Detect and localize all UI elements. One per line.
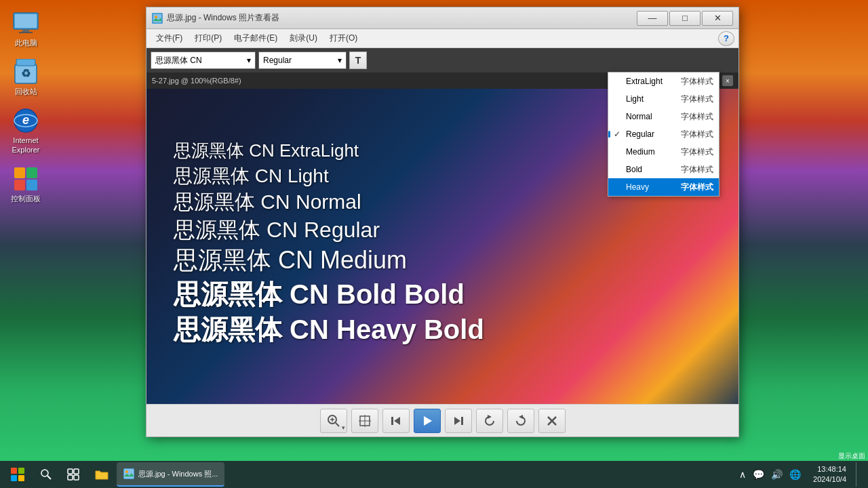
file-info-close[interactable]: × — [722, 75, 733, 86]
svg-rect-2 — [22, 29, 29, 32]
zoom-button[interactable]: ▾ — [320, 409, 347, 433]
font-style-selector[interactable]: Regular ▾ — [258, 52, 347, 69]
control-panel-icon — [12, 165, 39, 192]
close-button[interactable]: ✕ — [702, 11, 733, 26]
rotate-right-button[interactable] — [507, 409, 534, 433]
dropdown-label-extralight: ExtraLight — [626, 77, 678, 86]
recycle-icon: ♻ — [12, 58, 39, 85]
dropdown-label-normal: Normal — [626, 112, 678, 121]
check-regular: ✓ — [614, 129, 623, 139]
svg-rect-35 — [68, 469, 73, 474]
zoom-arrow: ▾ — [342, 424, 345, 431]
desktop-icon-ie[interactable]: e Internet Explorer — [0, 104, 52, 157]
svg-rect-13 — [26, 180, 37, 190]
photo-viewer-window: 思源.jpg - Windows 照片查看器 — □ ✕ 文件(F) 打印(P)… — [146, 7, 739, 437]
font-family-arrow: ▾ — [247, 56, 251, 65]
tray-chevron[interactable]: ∧ — [736, 468, 749, 481]
svg-rect-5 — [16, 59, 35, 66]
ie-icon: e — [12, 107, 39, 134]
dropdown-item-light[interactable]: Light 字体样式 — [608, 90, 719, 108]
help-button[interactable]: ? — [718, 31, 734, 46]
dropdown-item-bold[interactable]: Bold 字体样式 — [608, 161, 719, 178]
rotate-left-button[interactable] — [476, 409, 503, 433]
task-view-button[interactable] — [60, 462, 87, 487]
computer-icon — [12, 9, 39, 37]
dropdown-item-medium[interactable]: Medium 字体样式 — [608, 143, 719, 161]
svg-rect-11 — [26, 167, 37, 178]
win-logo-red — [11, 468, 17, 474]
dropdown-item-regular[interactable]: ✓ Regular 字体样式 — [608, 125, 719, 143]
dropdown-label-heavy: Heavy — [626, 182, 678, 192]
menu-file[interactable]: 文件(F) — [151, 30, 188, 46]
image-area: 思源黑体 CN ▾ Regular ▾ T 5-27.jpg @ 100%(RG… — [146, 48, 738, 404]
desktop-icon-computer[interactable]: 此电脑 — [0, 7, 52, 50]
dropdown-item-normal[interactable]: Normal 字体样式 — [608, 108, 719, 125]
file-explorer-taskbar-button[interactable] — [88, 462, 115, 487]
delete-button[interactable] — [538, 409, 566, 433]
dropdown-label-light: Light — [626, 94, 678, 104]
show-desktop-button[interactable] — [856, 462, 860, 487]
start-button[interactable] — [3, 462, 33, 487]
svg-rect-24 — [391, 417, 393, 425]
menu-email[interactable]: 电子邮件(E) — [229, 30, 283, 46]
file-info-label: 5-27.jpg @ 100%(RGB/8#) — [152, 77, 241, 85]
app-icon — [152, 13, 163, 24]
win-logo-green — [18, 468, 24, 474]
taskbar-search-button[interactable] — [34, 462, 58, 487]
regular-indicator — [608, 131, 610, 138]
svg-marker-25 — [394, 417, 400, 425]
minimize-button[interactable]: — — [637, 11, 668, 26]
font-line-heavy: 思源黑体 CN Heavy Bold — [174, 313, 711, 346]
svg-point-33 — [41, 470, 48, 476]
font-text-button[interactable]: T — [349, 52, 367, 69]
svg-rect-37 — [68, 475, 73, 480]
recycle-icon-label: 回收站 — [15, 87, 37, 96]
desktop-icon-recycle[interactable]: ♻ 回收站 — [0, 56, 52, 99]
svg-rect-10 — [14, 167, 25, 178]
font-family-value: 思源黑体 CN — [155, 55, 202, 66]
dropdown-style-extralight: 字体样式 — [681, 76, 713, 87]
fit-button[interactable] — [351, 409, 378, 433]
svg-text:♻: ♻ — [21, 68, 31, 79]
win-logo-yellow — [18, 475, 24, 481]
menu-open[interactable]: 打开(O) — [324, 30, 363, 46]
control-panel-icon-label: 控制面板 — [11, 195, 41, 203]
desktop: 此电脑 ♻ 回收站 e Internet Explorer — [0, 0, 868, 488]
dropdown-style-medium: 字体样式 — [681, 146, 713, 158]
windows-logo — [11, 468, 24, 481]
svg-line-18 — [336, 423, 339, 426]
desktop-icon-control[interactable]: 控制面板 — [0, 163, 52, 206]
dropdown-style-normal: 字体样式 — [681, 111, 713, 123]
maximize-button[interactable]: □ — [669, 11, 701, 26]
font-line-medium: 思源黑体 CN Medium — [174, 245, 711, 274]
svg-rect-15 — [153, 14, 161, 22]
svg-rect-36 — [74, 469, 79, 474]
svg-rect-3 — [19, 32, 33, 33]
window-controls: — □ ✕ — [637, 11, 733, 26]
menu-burn[interactable]: 刻录(U) — [284, 30, 323, 46]
tray-network[interactable]: 🌐 — [787, 468, 804, 481]
tray-volume[interactable]: 🔊 — [768, 468, 785, 481]
svg-marker-26 — [424, 416, 432, 426]
menu-print[interactable]: 打印(P) — [189, 30, 227, 46]
dropdown-style-bold: 字体样式 — [681, 164, 713, 176]
dropdown-label-regular: Regular — [626, 129, 678, 139]
svg-rect-27 — [461, 417, 463, 425]
tray-chat[interactable]: 💬 — [750, 468, 767, 481]
font-line-regular: 思源黑体 CN Regular — [174, 217, 711, 243]
svg-marker-30 — [519, 415, 523, 419]
dropdown-item-heavy[interactable]: Heavy 字体样式 — [608, 178, 719, 196]
font-family-selector[interactable]: 思源黑体 CN ▾ — [151, 52, 256, 69]
svg-marker-29 — [488, 415, 492, 419]
show-desktop-label: 显示桌面 — [838, 451, 865, 461]
svg-line-34 — [47, 476, 51, 479]
running-app-button[interactable]: 思源.jpg - Windows 照... — [117, 462, 224, 487]
font-style-dropdown: ExtraLight 字体样式 Light 字体样式 Normal 字体样式 ✓… — [608, 72, 719, 197]
system-clock[interactable]: 13:48:14 2024/10/4 — [808, 464, 852, 485]
svg-rect-38 — [74, 475, 79, 480]
slideshow-button[interactable] — [414, 409, 441, 433]
dropdown-item-extralight[interactable]: ExtraLight 字体样式 — [608, 73, 719, 90]
next-button[interactable] — [445, 409, 472, 433]
previous-button[interactable] — [382, 409, 410, 433]
taskbar: 思源.jpg - Windows 照... ∧ 💬 🔊 🌐 13:48:14 2… — [0, 461, 868, 488]
